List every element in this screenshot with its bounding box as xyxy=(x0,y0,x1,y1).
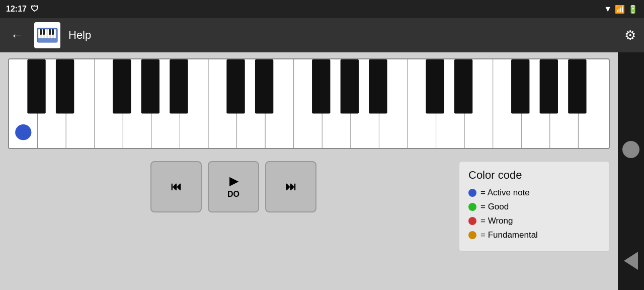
settings-button[interactable]: ⚙ xyxy=(624,28,636,43)
color-code-panel: Color code = Active note = Good = Wrong … xyxy=(459,161,610,252)
svg-rect-40 xyxy=(341,59,359,114)
svg-rect-45 xyxy=(540,59,558,114)
piano-app-icon-svg xyxy=(36,24,58,46)
piano-keyboard[interactable]: // Rendered as SVG rects in the template… xyxy=(8,58,610,149)
main-content: // Rendered as SVG rects in the template… xyxy=(0,52,618,290)
shield-icon: 🛡 xyxy=(31,5,39,14)
sidebar-triangle-button[interactable] xyxy=(624,252,638,270)
color-code-item-good: = Good xyxy=(468,202,600,212)
svg-rect-33 xyxy=(56,59,74,114)
piano-svg: // Rendered as SVG rects in the template… xyxy=(9,59,609,148)
prev-button[interactable]: ⏮ xyxy=(150,161,202,212)
svg-rect-46 xyxy=(568,59,586,114)
svg-rect-36 xyxy=(170,59,188,114)
page-title: Help xyxy=(68,29,616,42)
color-code-item-active: = Active note xyxy=(468,188,600,198)
good-label: = Good xyxy=(480,202,509,212)
signal-icon: 📶 xyxy=(615,5,625,14)
color-code-title: Color code xyxy=(468,169,600,182)
status-time: 12:17 xyxy=(6,5,27,14)
svg-rect-37 xyxy=(226,59,245,114)
wrong-label: = Wrong xyxy=(480,216,513,226)
svg-rect-9 xyxy=(49,29,51,35)
good-dot xyxy=(468,203,476,211)
back-button[interactable]: ← xyxy=(8,28,26,43)
next-button[interactable]: ⏭ xyxy=(265,161,316,212)
svg-rect-39 xyxy=(312,59,330,114)
svg-rect-7 xyxy=(40,29,42,35)
svg-rect-38 xyxy=(255,59,273,114)
svg-rect-42 xyxy=(426,59,444,114)
fundamental-dot xyxy=(468,231,476,239)
fundamental-label: = Fundamental xyxy=(480,230,538,240)
active-note-dot xyxy=(468,189,476,197)
svg-rect-34 xyxy=(113,59,131,114)
color-code-item-fundamental: = Fundamental xyxy=(468,230,600,240)
svg-rect-44 xyxy=(511,59,529,114)
color-code-item-wrong: = Wrong xyxy=(468,216,600,226)
svg-rect-32 xyxy=(27,59,45,114)
prev-icon: ⏮ xyxy=(171,180,182,193)
status-right: ▼ 📶 🔋 xyxy=(604,5,638,14)
svg-rect-41 xyxy=(369,59,387,114)
app-icon xyxy=(34,22,60,48)
playback-buttons: ⏮ ▶ DO ⏭ xyxy=(8,161,459,212)
wrong-dot xyxy=(468,217,476,225)
wifi-icon: ▼ xyxy=(604,5,612,14)
svg-rect-35 xyxy=(141,59,159,114)
next-icon: ⏭ xyxy=(285,180,296,193)
svg-rect-8 xyxy=(43,29,45,35)
svg-rect-10 xyxy=(52,29,54,35)
svg-point-47 xyxy=(15,124,31,140)
play-button[interactable]: ▶ DO xyxy=(208,161,259,212)
controls-area: ⏮ ▶ DO ⏭ Color code = Active note = Good xyxy=(8,161,610,252)
play-label: DO xyxy=(227,190,239,199)
status-bar: 12:17 🛡 ▼ 📶 🔋 xyxy=(0,0,644,18)
active-note-label: = Active note xyxy=(480,188,530,198)
app-bar: ← Help ⚙ xyxy=(0,18,644,52)
svg-rect-43 xyxy=(454,59,472,114)
battery-icon: 🔋 xyxy=(628,5,638,14)
status-left: 12:17 🛡 xyxy=(6,5,39,14)
sidebar-circle-button[interactable] xyxy=(622,141,639,158)
play-icon: ▶ xyxy=(229,175,238,188)
